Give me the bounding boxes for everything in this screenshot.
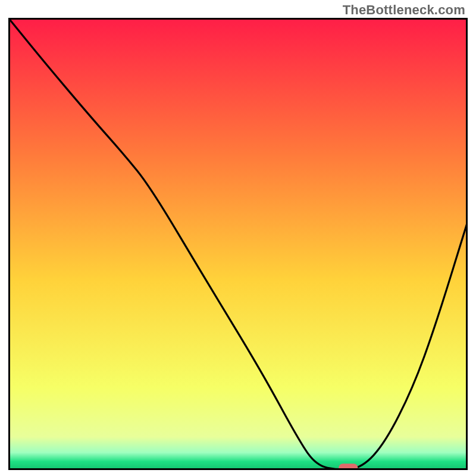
bottleneck-chart xyxy=(8,18,468,470)
plot-background xyxy=(10,20,466,468)
watermark-text: TheBottleneck.com xyxy=(343,2,465,18)
